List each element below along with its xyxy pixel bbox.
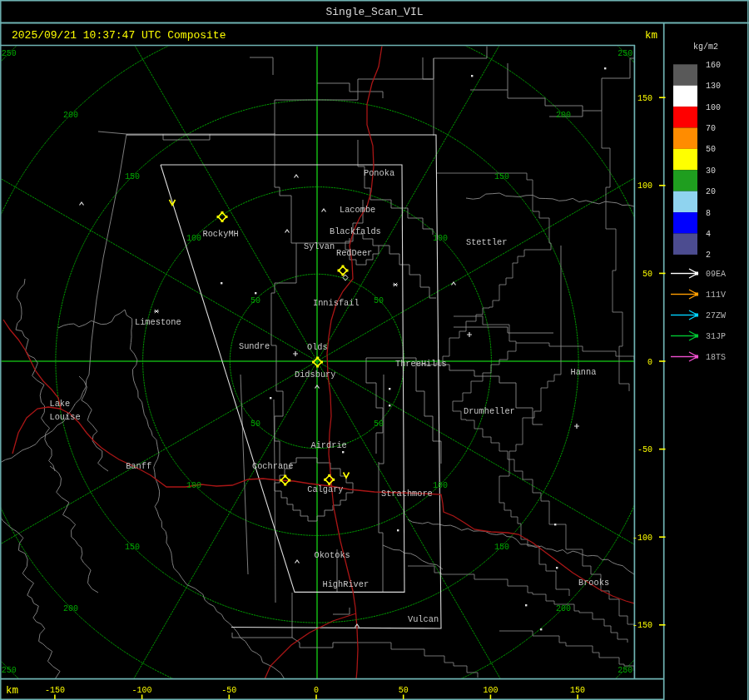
svg-text:km: km (6, 685, 18, 697)
svg-text:150: 150 (570, 686, 585, 695)
svg-text:2025/09/21 10:37:47 UTC Compos: 2025/09/21 10:37:47 UTC Composite (12, 29, 226, 42)
svg-text:27ZW: 27ZW (706, 311, 726, 320)
svg-text:250: 250 (618, 49, 632, 58)
svg-text:-150: -150 (45, 686, 65, 695)
svg-text:km: km (645, 30, 657, 42)
svg-text:-100: -100 (132, 686, 152, 695)
svg-text:-150: -150 (632, 621, 652, 630)
svg-text:Cochrane: Cochrane (252, 461, 293, 471)
svg-text:70: 70 (706, 124, 716, 133)
svg-text:200: 200 (556, 604, 571, 613)
svg-text:160: 160 (706, 61, 721, 70)
svg-text:50: 50 (374, 420, 384, 429)
svg-text:Single_Scan_VIL: Single_Scan_VIL (325, 6, 423, 18)
svg-text:Vulcan: Vulcan (408, 614, 439, 624)
svg-text:100: 100 (433, 481, 448, 490)
svg-text:0: 0 (314, 686, 319, 695)
svg-text:18TS: 18TS (706, 353, 726, 362)
svg-text:250: 250 (2, 666, 17, 675)
svg-text:RockyMH: RockyMH (203, 229, 239, 239)
svg-text:Drumheller: Drumheller (464, 406, 515, 416)
svg-text:100: 100 (637, 181, 652, 191)
svg-text:-50: -50 (221, 686, 236, 695)
svg-text:Louise: Louise (50, 412, 81, 422)
svg-text:09EA: 09EA (706, 270, 726, 279)
svg-text:Innisfail: Innisfail (313, 298, 360, 308)
svg-text:200: 200 (63, 111, 78, 120)
svg-text:50: 50 (706, 145, 716, 154)
svg-text:150: 150 (494, 172, 509, 181)
svg-text:150: 150 (125, 172, 140, 181)
svg-text:100: 100 (433, 234, 448, 243)
svg-text:Stettler: Stettler (466, 237, 507, 247)
svg-text:kg/m2: kg/m2 (693, 42, 718, 52)
svg-text:30: 30 (706, 166, 716, 176)
svg-text:31JP: 31JP (706, 332, 726, 341)
svg-text:HighRiver: HighRiver (323, 579, 370, 589)
svg-text:Didsbury: Didsbury (295, 370, 335, 380)
svg-text:100: 100 (186, 481, 201, 490)
svg-text:ThreeHills: ThreeHills (395, 359, 447, 369)
svg-text:130: 130 (706, 82, 721, 91)
svg-text:Airdrie: Airdrie (311, 440, 347, 450)
svg-text:20: 20 (706, 187, 716, 196)
svg-text:RedDeer: RedDeer (336, 248, 372, 258)
svg-text:4: 4 (706, 230, 711, 239)
svg-text:Okotoks: Okotoks (315, 550, 350, 560)
svg-text:Ponoka: Ponoka (364, 168, 394, 178)
svg-text:-100: -100 (632, 534, 652, 543)
svg-text:Blackfalds: Blackfalds (330, 226, 381, 236)
svg-text:100: 100 (483, 686, 498, 695)
svg-text:50: 50 (250, 296, 260, 305)
svg-text:Lake: Lake (50, 399, 71, 409)
svg-text:250: 250 (2, 49, 17, 58)
svg-text:200: 200 (556, 111, 571, 120)
svg-text:Olds: Olds (307, 342, 328, 352)
svg-text:200: 200 (63, 604, 78, 613)
svg-text:Sylvan: Sylvan (304, 241, 335, 251)
svg-text:Banff: Banff (126, 461, 151, 471)
svg-text:150: 150 (125, 543, 140, 552)
svg-text:50: 50 (374, 296, 384, 305)
svg-text:111V: 111V (706, 290, 726, 300)
svg-text:Calgary: Calgary (307, 484, 343, 494)
svg-text:Sundre: Sundre (239, 341, 270, 351)
svg-text:150: 150 (637, 94, 652, 103)
svg-text:50: 50 (250, 420, 260, 429)
svg-text:100: 100 (706, 103, 721, 112)
svg-text:2: 2 (706, 251, 711, 260)
svg-text:250: 250 (618, 666, 632, 675)
svg-text:50: 50 (642, 270, 652, 279)
svg-text:Brooks: Brooks (578, 578, 609, 588)
svg-text:150: 150 (494, 543, 509, 552)
svg-text:0: 0 (647, 358, 652, 367)
svg-text:50: 50 (399, 686, 409, 695)
svg-text:8: 8 (706, 209, 711, 218)
svg-text:Limestone: Limestone (135, 317, 181, 327)
svg-text:Lacombe: Lacombe (340, 205, 375, 215)
svg-text:Hanna: Hanna (571, 367, 597, 377)
svg-text:Strathmore: Strathmore (381, 489, 433, 499)
svg-text:100: 100 (186, 234, 201, 243)
svg-text:-50: -50 (637, 445, 652, 454)
